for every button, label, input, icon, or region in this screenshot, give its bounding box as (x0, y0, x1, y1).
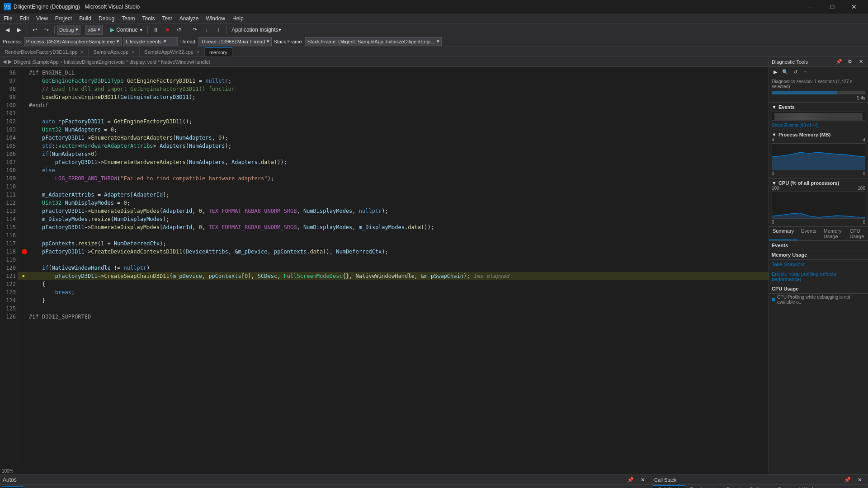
diag-memory-header[interactable]: ▼ Process Memory (MB) (772, 132, 865, 137)
process-dropdown[interactable]: Process: [4528] AtmosphereSample.exe ▾ (24, 37, 122, 46)
diag-snapshot-btn[interactable]: Take Snapshot (769, 260, 868, 269)
step-over[interactable]: ↷ (189, 25, 200, 35)
minimize-button[interactable]: ─ (800, 0, 821, 14)
tab-memory[interactable]: memory (205, 47, 232, 56)
cs-tab-callstack[interactable]: Call Stack (653, 485, 685, 488)
memory-max-label2: 4 (863, 137, 865, 142)
cs-tab-command[interactable]: Command Window (773, 485, 824, 488)
tab-sampleappwin32[interactable]: SampleAppWin32.cpp ✕ (140, 47, 205, 56)
restart-button[interactable]: ↺ (174, 25, 184, 35)
tab-renderfactory-close[interactable]: ✕ (80, 50, 84, 55)
callstack-title: Call Stack (654, 477, 677, 483)
tab-sampleapp[interactable]: SampleApp.cpp ✕ (89, 47, 140, 56)
close-button[interactable]: ✕ (844, 0, 864, 14)
code-line-104: pFactoryD3D11->EnumerateHardwareAdapters… (18, 134, 769, 142)
menu-window[interactable]: Window (202, 14, 229, 23)
platform-label: Debug (59, 27, 74, 33)
diag-pin-btn[interactable]: 📌 (835, 58, 844, 66)
nav-back-icon[interactable]: ◀ (3, 59, 6, 65)
diag-settings-btn[interactable]: ⚙ (845, 58, 854, 66)
diagnostic-panel: Diagnostic Tools 📌 ⚙ ✕ ▶ 🔍 ↺ ≡ Diagnosti… (769, 57, 868, 474)
tab-autos[interactable]: Autos (2, 486, 24, 488)
code-line-102: auto *pFactoryD3D11 = GetEngineFactoryD3… (18, 117, 769, 126)
autos-pin-btn[interactable]: 📌 (625, 475, 636, 485)
menu-project[interactable]: Project (52, 14, 75, 23)
menu-tools[interactable]: Tools (139, 14, 159, 23)
diag-tab-cpu[interactable]: CPU Usage (846, 227, 868, 240)
maximize-button[interactable]: □ (822, 0, 843, 14)
tab-watch1[interactable]: Watch 1 (49, 486, 76, 488)
step-out[interactable]: ↑ (213, 25, 224, 35)
app-insights-btn[interactable]: Application Insights ▾ (229, 25, 283, 35)
tab-renderfactory[interactable]: RenderDeviceFactoryD3D11.cpp ✕ (0, 47, 89, 56)
processbar: Process: Process: [4528] AtmosphereSampl… (0, 36, 868, 47)
cs-tab-breakpoints[interactable]: Breakpoints (686, 485, 721, 488)
pause-button[interactable]: ⏸ (150, 25, 161, 35)
code-line-115: pFactoryD3D11->EnumerateDisplayModes(Ada… (18, 223, 769, 231)
cpu-chart (772, 192, 865, 219)
editor-nav: ◀ ▶ Diligent::SampleApp › InitializeDili… (0, 57, 769, 67)
diag-refresh-btn[interactable]: ↺ (791, 68, 800, 76)
show-events-btn[interactable]: Show Events (43 of 44) (772, 122, 865, 128)
continue-label: Continue (116, 27, 138, 33)
diag-cpu-header[interactable]: ▼ CPU (% of all processors) (772, 180, 865, 186)
menu-edit[interactable]: Edit (16, 14, 33, 23)
thread-dropdown[interactable]: Thread: [13968] Main Thread ▾ (198, 37, 272, 46)
diag-tab-memory[interactable]: Memory Usage (820, 227, 846, 240)
callstack-close-btn[interactable]: ✕ (854, 475, 865, 485)
arrow-marker-121: ➤ (22, 272, 27, 280)
lifecycle-dropdown[interactable]: Lifecycle Events ▾ (123, 37, 178, 46)
undo-button[interactable]: ↩ (29, 25, 40, 35)
menu-build[interactable]: Build (75, 14, 95, 23)
menu-test[interactable]: Test (159, 14, 176, 23)
diag-search-btn[interactable]: 🔍 (781, 68, 790, 76)
autos-controls: 📌 ✕ (625, 475, 648, 485)
diag-events-header[interactable]: ▼ Events (772, 104, 865, 110)
callstack-pin-btn[interactable]: 📌 (842, 475, 853, 485)
diag-tab-events[interactable]: Events (797, 227, 820, 240)
cs-tab-exception[interactable]: Exception Settings (722, 485, 772, 488)
events-arrow-icon: ▼ (772, 104, 777, 110)
code-editor[interactable]: 96979899100 101102103104105 106107108109… (0, 67, 769, 467)
menu-help[interactable]: Help (229, 14, 247, 23)
callstack-header: Call Stack 📌 ✕ (651, 475, 868, 485)
code-content[interactable]: #if ENGINE_DLL GetEngineFactoryD3D11Type… (18, 67, 769, 467)
autos-panel-header: Autos 📌 ✕ (0, 475, 651, 485)
diag-summary-memory-title: Memory Usage (769, 250, 868, 260)
tab-sampleapp-close[interactable]: ✕ (131, 50, 135, 55)
code-line-121: ➤ pFactoryD3D11->CreateSwapChainD3D11(m_… (18, 272, 769, 280)
tab-locals[interactable]: Locals (24, 486, 48, 488)
stop-button[interactable]: ■ (162, 25, 173, 35)
step-into[interactable]: ↓ (201, 25, 212, 35)
menu-analyze[interactable]: Analyze (176, 14, 203, 23)
diag-play-btn[interactable]: ▶ (771, 68, 780, 76)
diag-heap-btn[interactable]: Enable heap profiling (affects performan… (769, 269, 868, 284)
continue-button[interactable]: ▶ Continue ▾ (108, 25, 145, 35)
diag-close-btn[interactable]: ✕ (856, 58, 865, 66)
cpu-min-label: 0 (772, 220, 774, 225)
menu-view[interactable]: View (33, 14, 52, 23)
nav-breadcrumb-fn[interactable]: InitializeDiligentEngine(void * display,… (64, 59, 210, 65)
diag-summary-events-title: Events (769, 241, 868, 250)
arch-dropdown[interactable]: x64 ▾ (85, 25, 103, 35)
diag-tab-summary[interactable]: Summary (769, 227, 797, 240)
autos-close-btn[interactable]: ✕ (637, 475, 648, 485)
diag-session-text: Diagnostics session: 1 seconds (1,427 s … (772, 79, 865, 89)
menu-team[interactable]: Team (118, 14, 138, 23)
tab-sampleappwin32-close[interactable]: ✕ (196, 50, 200, 55)
nav-breadcrumb-ns[interactable]: Diligent::SampleApp (14, 59, 59, 65)
forward-button[interactable]: ▶ (14, 25, 24, 35)
code-line-108: else (18, 166, 769, 174)
diag-more-btn[interactable]: ≡ (801, 68, 810, 76)
menu-debug[interactable]: Debug (95, 14, 118, 23)
platform-dropdown[interactable]: Debug ▾ (57, 25, 80, 35)
diag-cpu-usage-title: CPU Usage (769, 284, 868, 294)
nav-forward-icon[interactable]: ▶ (8, 59, 12, 65)
window-title: DiligentEngine (Debugging) - Microsoft V… (14, 4, 800, 10)
menu-file[interactable]: File (0, 14, 16, 23)
back-button[interactable]: ◀ (2, 25, 13, 35)
stack-dropdown[interactable]: Stack Frame: Diligent::SampleApp::Initia… (305, 37, 442, 46)
diag-session-info: Diagnostics session: 1 seconds (1,427 s … (769, 77, 868, 103)
redo-button[interactable]: ↪ (41, 25, 52, 35)
diag-header: Diagnostic Tools 📌 ⚙ ✕ (769, 57, 868, 67)
